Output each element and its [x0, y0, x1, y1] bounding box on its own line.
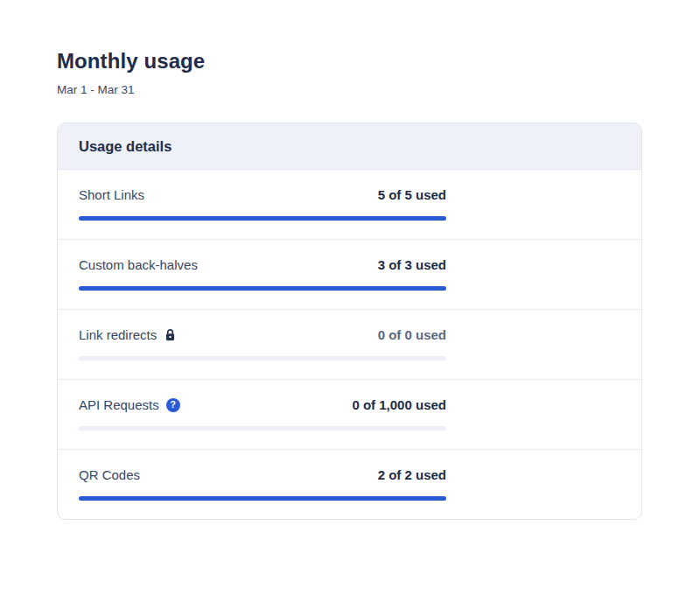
page-title: Monthly usage: [57, 49, 642, 74]
usage-metric-label: Custom back-halves: [79, 257, 198, 272]
usage-progress-fill: [79, 286, 446, 291]
usage-metric: Custom back-halves: [79, 257, 198, 272]
usage-progress-track: [79, 426, 446, 431]
usage-row-top: QR Codes 2 of 2 used: [79, 467, 446, 482]
card-header: Usage details: [58, 123, 641, 170]
card-title: Usage details: [79, 138, 620, 155]
usage-metric: QR Codes: [79, 467, 140, 482]
help-icon[interactable]: ?: [166, 398, 180, 412]
usage-metric: API Requests ?: [79, 397, 180, 412]
monthly-usage-page: Monthly usage Mar 1 - Mar 31 Usage detai…: [0, 0, 700, 520]
usage-progress-fill: [79, 216, 446, 221]
usage-metric-value: 0 of 1,000 used: [352, 397, 446, 412]
usage-row-qr-codes: QR Codes 2 of 2 used: [58, 450, 641, 519]
usage-metric: Short Links: [79, 187, 144, 202]
usage-metric-value: 3 of 3 used: [378, 257, 446, 272]
usage-row-top: Link redirects 0 of 0 used: [79, 327, 446, 342]
usage-progress-track: [79, 216, 446, 221]
usage-metric-label: Link redirects: [79, 327, 157, 342]
usage-metric-value: 5 of 5 used: [378, 187, 446, 202]
help-question-glyph: ?: [166, 398, 180, 412]
usage-metric-value: 0 of 0 used: [378, 327, 446, 342]
usage-progress-track: [79, 356, 446, 361]
usage-row-link-redirects: Link redirects 0 of 0 used: [58, 310, 641, 380]
usage-rows: Short Links 5 of 5 used Custom back-halv…: [58, 170, 641, 519]
usage-metric-label: API Requests: [79, 397, 159, 412]
usage-progress-track: [79, 286, 446, 291]
usage-metric-label: Short Links: [79, 187, 144, 202]
date-range: Mar 1 - Mar 31: [57, 83, 642, 96]
usage-row-top: Custom back-halves 3 of 3 used: [79, 257, 446, 272]
usage-row-short-links: Short Links 5 of 5 used: [58, 170, 641, 240]
usage-row-top: API Requests ? 0 of 1,000 used: [79, 397, 446, 412]
lock-icon: [164, 328, 177, 341]
usage-progress-track: [79, 496, 446, 501]
usage-row-top: Short Links 5 of 5 used: [79, 187, 446, 202]
usage-metric-label: QR Codes: [79, 467, 140, 482]
usage-details-card: Usage details Short Links 5 of 5 used Cu…: [57, 123, 642, 520]
usage-row-api-requests: API Requests ? 0 of 1,000 used: [58, 380, 641, 450]
usage-metric-value: 2 of 2 used: [378, 467, 446, 482]
usage-row-custom-back-halves: Custom back-halves 3 of 3 used: [58, 240, 641, 310]
usage-metric: Link redirects: [79, 327, 177, 342]
usage-progress-fill: [79, 496, 446, 501]
